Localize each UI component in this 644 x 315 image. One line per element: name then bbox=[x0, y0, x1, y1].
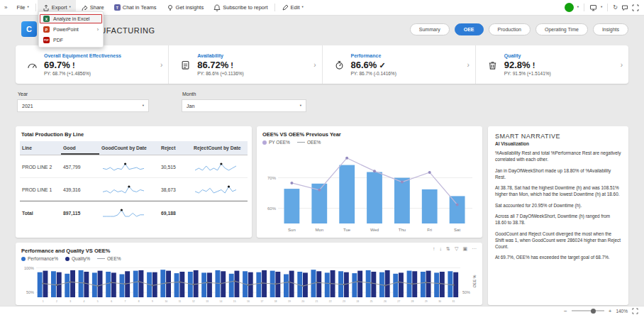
column-header-goodcount-by-date[interactable]: GoodCount by Date bbox=[99, 141, 159, 155]
zoom-slider[interactable] bbox=[572, 310, 604, 311]
sparkline-goodcount bbox=[99, 155, 159, 178]
narrative-paragraph: GoodCount and Reject Count diverged the … bbox=[495, 231, 621, 250]
kpi-card-availability[interactable]: Availability 86.72%! PY: 86.6% (+0.1136%… bbox=[168, 45, 321, 84]
zoom-slider-knob[interactable] bbox=[591, 309, 596, 314]
svg-text:50%: 50% bbox=[26, 290, 34, 294]
perf-chart-plot[interactable]: 100%50%50%OEE %1234567891011121314151617… bbox=[19, 263, 480, 304]
visual-title: Performance and Quality VS OEE% bbox=[16, 243, 482, 256]
trash-icon bbox=[487, 60, 498, 70]
tab-oee[interactable]: OEE bbox=[455, 23, 484, 35]
svg-text:20: 20 bbox=[301, 300, 304, 303]
kpi-card-quality[interactable]: Quality 92.8%! PY: 91.5% (+1.5141%) › bbox=[475, 45, 628, 84]
table-cell-good[interactable]: 439,316 bbox=[61, 178, 99, 201]
expand-nav-icon[interactable]: » bbox=[0, 4, 11, 11]
column-header-line[interactable]: Line bbox=[20, 141, 61, 155]
chevron-right-icon[interactable]: › bbox=[621, 61, 623, 69]
get-insights-button[interactable]: Get insights bbox=[162, 0, 209, 15]
svg-text:1: 1 bbox=[43, 300, 44, 303]
svg-text:21: 21 bbox=[316, 300, 318, 303]
year-filter-dropdown[interactable]: 2021 ▾ bbox=[17, 99, 149, 112]
svg-text:6: 6 bbox=[111, 300, 112, 303]
svg-text:16: 16 bbox=[247, 300, 250, 303]
view-monitor-icon[interactable] bbox=[589, 4, 597, 11]
edit-button[interactable]: Edit ▾ bbox=[277, 0, 309, 15]
chevron-down-icon: ▾ bbox=[70, 6, 71, 9]
tab-operating-time[interactable]: Operating Time bbox=[535, 23, 588, 35]
column-header-reject[interactable]: Reject bbox=[159, 141, 191, 155]
toolbar-divider bbox=[35, 4, 36, 11]
expand-levels-icon[interactable]: ⇅ bbox=[446, 246, 450, 252]
svg-text:Wed: Wed bbox=[370, 228, 379, 232]
month-filter-dropdown[interactable]: Jan ▾ bbox=[182, 99, 306, 112]
chevron-down-icon[interactable]: ▾ bbox=[577, 6, 579, 9]
table-cell-good[interactable]: 457,799 bbox=[61, 155, 99, 178]
status-bar: − + 140% bbox=[0, 306, 644, 315]
kpi-card-oee[interactable]: Overall Equipment Effectiveness 69.7%! P… bbox=[16, 45, 168, 84]
zoom-out-button[interactable]: − bbox=[564, 308, 567, 314]
chevron-right-icon[interactable]: › bbox=[467, 61, 469, 69]
comment-icon[interactable] bbox=[621, 4, 628, 11]
sparkline-goodcount-total bbox=[99, 201, 159, 223]
legend-dot-performance bbox=[21, 257, 26, 261]
chevron-down-icon: ▾ bbox=[143, 104, 144, 108]
submenu-chevron-icon: › bbox=[97, 27, 99, 32]
drill-down-icon[interactable]: ↓ bbox=[440, 246, 443, 252]
chevron-right-icon[interactable]: › bbox=[313, 61, 316, 69]
fullscreen-icon[interactable] bbox=[632, 4, 639, 11]
drill-up-icon[interactable]: ↑ bbox=[433, 246, 435, 252]
narrative-paragraph: Jan in DayOfWeekShort made up 18.80% of … bbox=[495, 167, 621, 181]
powerpoint-icon: P bbox=[43, 26, 50, 33]
column-header-good[interactable]: Good bbox=[61, 141, 99, 155]
export-dropdown-menu: X Analyze in Excel P PowerPoint › PDF PD… bbox=[38, 11, 104, 48]
chart-legend: PY OEE% OEE% bbox=[257, 140, 482, 146]
status-flag: ! bbox=[533, 61, 535, 70]
avatar[interactable] bbox=[565, 3, 574, 12]
table-cell-reject[interactable]: 38,673 bbox=[159, 178, 191, 201]
menu-item-pdf[interactable]: PDF PDF bbox=[39, 35, 103, 45]
filter-icon[interactable]: ▽ bbox=[455, 246, 458, 252]
subscribe-button[interactable]: Subscribe to report bbox=[209, 0, 272, 15]
file-menu-button[interactable]: File ▾ bbox=[11, 0, 33, 15]
kpi-card-performance[interactable]: Performance 86.6%✓ PY: 86.7% (-0.1416%) … bbox=[322, 45, 475, 84]
fit-to-page-icon[interactable] bbox=[632, 308, 638, 314]
performance-quality-chart-card[interactable]: ↑ ↓ ⇅ ▽ ▣ ⋯ Performance and Quality VS O… bbox=[16, 243, 482, 305]
chevron-right-icon[interactable]: › bbox=[160, 61, 162, 69]
production-table-card[interactable]: Total Production By Line Line Good GoodC… bbox=[16, 126, 252, 238]
tab-production[interactable]: Production bbox=[489, 23, 531, 35]
chevron-down-icon[interactable]: ▾ bbox=[601, 6, 602, 9]
smart-narrative-card[interactable]: SMART NARRATIVE AI Visualization %Availa… bbox=[488, 126, 628, 305]
svg-text:OEE %: OEE % bbox=[472, 275, 477, 287]
sparkline-rejectcount bbox=[191, 178, 248, 201]
legend-line-oee bbox=[297, 142, 305, 143]
table-cell-line[interactable]: PROD LINE 2 bbox=[20, 155, 61, 178]
status-flag: ! bbox=[231, 61, 233, 70]
tab-insights[interactable]: Insights bbox=[593, 23, 628, 35]
svg-text:31: 31 bbox=[453, 300, 455, 303]
menu-item-powerpoint[interactable]: P PowerPoint › bbox=[39, 24, 103, 35]
focus-mode-icon[interactable]: ▣ bbox=[462, 246, 467, 252]
table-total-empty bbox=[191, 201, 248, 223]
table-cell-line[interactable]: PROD LINE 1 bbox=[20, 178, 61, 201]
oee-chart-card[interactable]: OEE% VS OEE% Previous Year PY OEE% OEE% … bbox=[257, 126, 482, 238]
zoom-in-button[interactable]: + bbox=[609, 308, 612, 314]
table-cell-reject[interactable]: 30,515 bbox=[159, 155, 191, 178]
refresh-icon[interactable]: ↻ bbox=[613, 4, 618, 11]
column-header-rejectcount-by-date[interactable]: RejectCount by Date bbox=[191, 141, 248, 155]
more-options-icon[interactable]: ⋯ bbox=[472, 246, 477, 252]
kpi-band: Overall Equipment Effectiveness 69.7%! P… bbox=[16, 45, 628, 84]
tab-summary[interactable]: Summary bbox=[410, 23, 450, 35]
svg-text:9: 9 bbox=[152, 300, 153, 303]
menu-item-analyze-in-excel[interactable]: X Analyze in Excel bbox=[39, 13, 103, 24]
oee-chart-plot[interactable]: 60%70%SunMonTueWedThuFriSat bbox=[262, 146, 477, 234]
table-total-reject: 69,188 bbox=[159, 201, 191, 223]
svg-text:50%: 50% bbox=[462, 290, 470, 294]
svg-text:5: 5 bbox=[97, 300, 99, 303]
svg-text:22: 22 bbox=[329, 300, 332, 303]
lightbulb-icon bbox=[167, 4, 174, 11]
svg-text:19: 19 bbox=[288, 300, 291, 303]
pdf-icon: PDF bbox=[43, 37, 50, 43]
svg-text:26: 26 bbox=[384, 300, 387, 303]
chat-in-teams-button[interactable]: T Chat in Teams bbox=[109, 0, 162, 15]
excel-icon: X bbox=[43, 16, 50, 22]
narrative-paragraph: Across all 7 DayOfWeekShort, Downtime (h… bbox=[495, 213, 621, 226]
